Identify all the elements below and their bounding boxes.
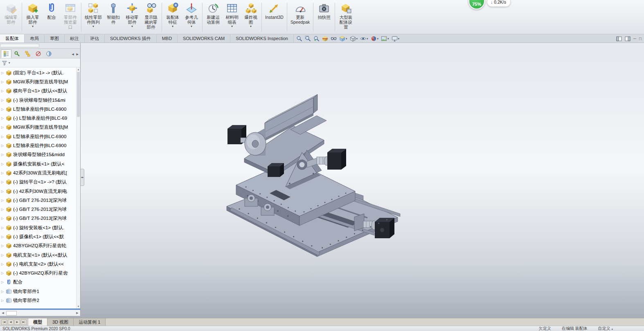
study-tab-1[interactable]: 3D 视图 [47,318,74,326]
expand-arrow-icon[interactable]: ▷ [1,153,6,157]
tree-item-23[interactable]: ▷配合 [0,278,76,287]
tree-item-4[interactable]: ▷L型轴承座组件[BLC-6900 [0,105,76,114]
previous-pane-button[interactable] [616,36,622,42]
ribbon-button-reference-geometry[interactable]: 参考几 何体▾ [182,1,201,34]
view-settings-button[interactable]: ▾ [391,35,401,42]
tree-item-2[interactable]: ▷横向平台<1> (默认<<默认 [0,87,76,96]
expand-arrow-icon[interactable]: ▷ [1,271,6,275]
display-style-button[interactable]: ▾ [349,35,359,42]
scroll-up-icon[interactable]: ▲ [77,67,80,72]
graphics-area[interactable]: ZYX [0,43,644,318]
ribbon-button-linear-pattern[interactable]: 线性零部 件阵列▾ [83,1,104,34]
ribbon-button-speedpak[interactable]: 更新 Speedpak [288,1,312,34]
ribbon-button-large-assembly[interactable]: 大型装 配体设 置 [336,1,355,34]
panel-top-splitter[interactable] [0,43,80,49]
tab-featuremanager[interactable] [1,49,11,58]
status-item-2[interactable]: 自定义▴ [598,326,613,331]
tab-displaymanager[interactable] [43,49,54,58]
edit-appearance-button[interactable]: ▾ [370,35,380,42]
study-tab-2[interactable]: 运动算例 1 [74,318,106,326]
ribbon-button-bom[interactable]: 材料明 细表▾ [223,1,241,34]
last-study-tab-button[interactable]: ▶| [21,320,27,325]
expand-arrow-icon[interactable]: ▷ [1,71,6,75]
tree-item-13[interactable]: ▷(-) 42系列30W直流无刷电 [0,187,76,196]
expand-arrow-icon[interactable]: ▷ [1,135,6,139]
tree-item-0[interactable]: ▷(固定) 平台<1> -> (默认. [0,68,76,77]
expand-arrow-icon[interactable]: ▷ [1,235,6,239]
tree-item-25[interactable]: ▷镜向零部件2 [0,296,76,305]
panel-splitter-handle[interactable]: ◂▸ [81,169,84,186]
filter-dropdown-arrow-icon[interactable]: ▾ [9,61,10,65]
expand-arrow-icon[interactable]: ▷ [1,116,6,120]
hscroll-thumb[interactable] [6,311,17,315]
tree-item-12[interactable]: ▷(-) 旋转平台<1> ->? (默认 [0,178,76,187]
ribbon-button-snapshot[interactable]: 拍快照 [315,1,333,34]
expand-arrow-icon[interactable]: ▷ [1,125,6,129]
ribbon-button-move-component[interactable]: 移动零 部件▾ [123,1,142,34]
hide-show-items-button[interactable]: ▾ [359,35,369,42]
next-pane-button[interactable] [625,36,630,42]
command-tab-5[interactable]: SOLIDWORKS 插件 [105,34,157,42]
command-tab-2[interactable]: 草图 [45,34,65,42]
tree-item-24[interactable]: ▷镜向零部件1 [0,287,76,296]
ribbon-button-instant3d[interactable]: Instant3D [263,1,286,34]
tree-item-15[interactable]: ▷(-) GB/T 276-2013[深沟球 [0,205,76,214]
command-tab-7[interactable]: SOLIDWORKS CAM [178,34,230,42]
tree-item-7[interactable]: ▷L型轴承座组件[BLC-6900 [0,132,76,141]
tree-item-18[interactable]: ▷(-) 摄像机<1> (默认<<默 [0,232,76,241]
tree-horizontal-scrollbar[interactable]: ◀ ▶ [0,310,80,316]
speed-pill[interactable]: ↓ 0.2K/s [487,0,510,7]
dynamic-annotation-views-button[interactable] [330,35,338,42]
tree-item-19[interactable]: ▷42BYGHZQ系列行星齿轮 [0,242,76,250]
ribbon-button-motion-study[interactable]: 新建运 动算例 [204,1,223,34]
tree-vertical-scrollbar[interactable]: ▲ ▼ [76,67,80,309]
expand-arrow-icon[interactable]: ▷ [1,190,6,193]
tab-configurationmanager[interactable] [22,49,33,58]
tab-propertymanager[interactable] [11,49,22,58]
expand-arrow-icon[interactable]: ▷ [1,144,6,148]
expand-arrow-icon[interactable]: ▷ [1,171,6,175]
previous-study-tab-button[interactable]: ◀ [8,320,14,325]
expand-arrow-icon[interactable]: ▷ [1,199,6,202]
expand-arrow-icon[interactable]: ▷ [1,208,6,211]
tree-item-14[interactable]: ▷(-) GB/T 276-2013[深沟球 [0,196,76,205]
first-study-tab-button[interactable]: |◀ [1,320,7,325]
command-tab-0[interactable]: 装配体 [0,34,25,42]
ribbon-button-exploded-view[interactable]: 爆炸视 图▾ [241,1,260,34]
expand-arrow-icon[interactable]: ▷ [1,180,6,184]
tree-item-5[interactable]: ▷(-) L型轴承座组件[BLC-69 [0,114,76,123]
expand-arrow-icon[interactable]: ▷ [1,89,6,93]
study-tab-0[interactable]: 模型 [28,318,47,326]
tree-item-6[interactable]: ▷MGW系列微型直线导轨[M [0,123,76,132]
tree-item-9[interactable]: ▷块状螺母型轴径15&midd [0,150,76,159]
expand-arrow-icon[interactable]: ▷ [1,226,6,230]
ribbon-button-mate[interactable]: 配合 [42,1,61,34]
command-tab-1[interactable]: 布局 [25,34,45,42]
tree-item-1[interactable]: ▷MGW系列微型直线导轨[M [0,77,76,86]
command-tab-3[interactable]: 标注 [65,34,85,42]
tree-item-20[interactable]: ▷电机支架<1> (默认<<默认 [0,250,76,259]
previous-view-button[interactable] [313,35,320,42]
tree-item-21[interactable]: ▷(-) 电机支架<2> (默认<< [0,259,76,268]
command-tab-8[interactable]: SOLIDWORKS Inspection [230,34,294,42]
scroll-right-icon[interactable]: ▶ [74,311,80,315]
scroll-down-icon[interactable]: ▼ [77,304,80,309]
expand-arrow-icon[interactable]: ▷ [1,280,6,284]
minimize-document-button[interactable]: ─ [633,37,636,41]
scroll-left-icon[interactable]: ◀ [0,311,6,315]
expand-arrow-icon[interactable]: ▷ [1,244,6,248]
ribbon-button-assembly-features[interactable]: 装配体 特征▾ [163,1,182,34]
panel-tab-scroll-left-button[interactable]: ◀ [71,52,74,56]
expand-arrow-icon[interactable]: ▷ [1,262,6,266]
scroll-thumb[interactable] [77,72,80,117]
ribbon-button-smart-fasteners[interactable]: 智能扣 件 [104,1,123,34]
expand-arrow-icon[interactable]: ▷ [1,98,6,102]
next-study-tab-button[interactable]: ▶ [14,320,20,325]
panel-tab-scroll-right-button[interactable]: ▶ [76,52,79,56]
zoom-to-area-button[interactable] [304,35,312,42]
filter-funnel-icon[interactable] [2,60,7,66]
tree-item-8[interactable]: ▷L型轴承座组件[BLC-6900 [0,141,76,150]
expand-arrow-icon[interactable]: ▷ [1,162,6,166]
tree-item-10[interactable]: ▷摄像机安装板<1> (默认< [0,159,76,168]
tree-item-3[interactable]: ▷(-) 块状螺母型轴径15&mi [0,96,76,105]
